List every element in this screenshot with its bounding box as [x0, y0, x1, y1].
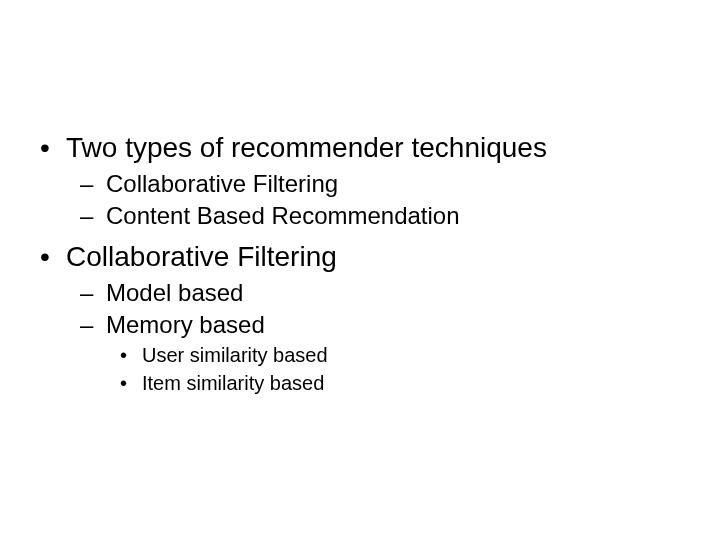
bullet-l1: • Collaborative Filtering [40, 239, 720, 274]
bullet-disc-icon: • [40, 130, 66, 165]
bullet-disc-icon: • [120, 342, 142, 368]
bullet-dash-icon: – [80, 201, 106, 231]
bullet-dash-icon: – [80, 310, 106, 340]
slide: • Two types of recommender techniques – … [0, 0, 720, 540]
bullet-text: Memory based [106, 310, 720, 340]
bullet-dash-icon: – [80, 278, 106, 308]
bullet-text: Collaborative Filtering [106, 169, 720, 199]
bullet-l2: – Content Based Recommendation [40, 201, 720, 231]
bullet-disc-icon: • [120, 370, 142, 396]
bullet-l2: – Collaborative Filtering [40, 169, 720, 199]
bullet-l3: • Item similarity based [40, 370, 720, 396]
bullet-l3: • User similarity based [40, 342, 720, 368]
bullet-disc-icon: • [40, 239, 66, 274]
bullet-text: Collaborative Filtering [66, 239, 720, 274]
bullet-text: Two types of recommender techniques [66, 130, 720, 165]
bullet-text: Model based [106, 278, 720, 308]
bullet-l1: • Two types of recommender techniques [40, 130, 720, 165]
bullet-text: User similarity based [142, 342, 720, 368]
bullet-dash-icon: – [80, 169, 106, 199]
bullet-l2: – Memory based [40, 310, 720, 340]
bullet-text: Item similarity based [142, 370, 720, 396]
bullet-text: Content Based Recommendation [106, 201, 720, 231]
bullet-l2: – Model based [40, 278, 720, 308]
